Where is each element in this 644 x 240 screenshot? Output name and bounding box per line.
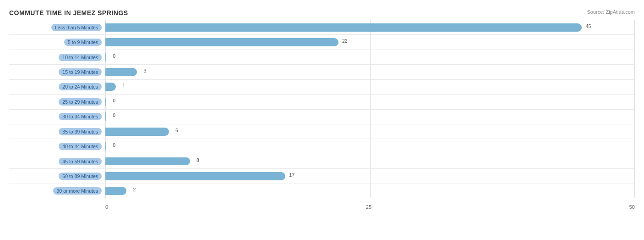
bar-fill: 3 — [105, 68, 137, 76]
bar-track: 0 — [105, 111, 635, 123]
table-row: 45 to 59 Minutes8 — [9, 154, 635, 169]
chart-area: Less than 5 Minutes455 to 9 Minutes2210 … — [9, 20, 635, 210]
chart-title: COMMUTE TIME IN JEMEZ SPRINGS — [9, 9, 635, 17]
table-row: 5 to 9 Minutes22 — [9, 35, 635, 50]
bar-fill: 0 — [105, 142, 106, 151]
table-row: 90 or more Minutes2 — [9, 184, 635, 198]
x-axis: 02550 — [105, 198, 635, 210]
bar-track: 8 — [105, 155, 635, 167]
bar-value: 17 — [289, 172, 295, 178]
bar-fill: 1 — [105, 83, 116, 91]
bar-track: 17 — [105, 170, 635, 182]
bar-track: 1 — [105, 81, 635, 93]
bar-label-pill: 25 to 29 Minutes — [59, 98, 102, 106]
bar-track: 3 — [105, 66, 635, 78]
bar-value: 3 — [144, 68, 147, 73]
bar-track: 22 — [105, 36, 635, 48]
bar-label-pill: 20 to 24 Minutes — [59, 83, 102, 90]
table-row: 30 to 34 Minutes0 — [9, 110, 635, 124]
table-row: 10 to 14 Minutes0 — [9, 50, 635, 65]
bar-fill: 22 — [105, 38, 338, 46]
bar-label-pill: Less than 5 Minutes — [51, 24, 102, 31]
bar-value: 0 — [113, 112, 115, 118]
bar-value: 6 — [175, 128, 178, 133]
bar-value: 0 — [113, 142, 115, 148]
bar-value: 0 — [113, 53, 115, 59]
bar-label-container: 45 to 59 Minutes — [9, 158, 105, 165]
bar-track: 0 — [105, 51, 635, 63]
bar-label-pill: 5 to 9 Minutes — [64, 39, 102, 46]
bar-fill: 45 — [105, 23, 582, 32]
source-label: Source: ZipAtlas.com — [587, 9, 635, 15]
table-row: 35 to 39 Minutes6 — [9, 124, 635, 139]
table-row: 60 to 89 Minutes17 — [9, 169, 635, 184]
chart-container: COMMUTE TIME IN JEMEZ SPRINGS Source: Zi… — [0, 0, 644, 240]
bar-fill: 0 — [105, 98, 106, 106]
x-axis-tick: 25 — [366, 204, 371, 210]
bar-label-container: 10 to 14 Minutes — [9, 54, 105, 61]
bar-label-container: 60 to 89 Minutes — [9, 173, 105, 180]
bar-fill: 0 — [105, 53, 106, 61]
bar-value: 45 — [586, 23, 591, 29]
bar-fill: 17 — [105, 172, 285, 180]
bar-track: 6 — [105, 125, 635, 138]
bar-fill: 8 — [105, 157, 190, 166]
bar-label-container: 25 to 29 Minutes — [9, 98, 105, 106]
bar-label-pill: 15 to 19 Minutes — [59, 68, 102, 76]
bar-track: 0 — [105, 95, 635, 108]
bar-value: 0 — [113, 98, 115, 103]
bar-fill: 2 — [105, 187, 126, 195]
table-row: Less than 5 Minutes45 — [9, 20, 635, 35]
bar-label-pill: 35 to 39 Minutes — [59, 128, 102, 135]
bar-label-container: 5 to 9 Minutes — [9, 39, 105, 46]
bar-value: 2 — [133, 187, 136, 192]
table-row: 25 to 29 Minutes0 — [9, 95, 635, 109]
table-row: 40 to 44 Minutes0 — [9, 139, 635, 154]
bar-label-pill: 60 to 89 Minutes — [59, 173, 102, 180]
bar-label-container: 30 to 34 Minutes — [9, 113, 105, 120]
bar-label-pill: 30 to 34 Minutes — [59, 113, 102, 120]
bar-label-container: 35 to 39 Minutes — [9, 128, 105, 135]
table-row: 15 to 19 Minutes3 — [9, 65, 635, 79]
bar-value: 1 — [122, 83, 125, 88]
bar-label-pill: 45 to 59 Minutes — [59, 158, 102, 165]
bar-track: 2 — [105, 185, 635, 197]
rows-container: Less than 5 Minutes455 to 9 Minutes2210 … — [9, 20, 635, 198]
bar-label-pill: 40 to 44 Minutes — [59, 143, 102, 150]
bar-track: 45 — [105, 21, 635, 33]
bar-label-container: 15 to 19 Minutes — [9, 68, 105, 76]
table-row: 20 to 24 Minutes1 — [9, 80, 635, 95]
bar-fill: 6 — [105, 128, 169, 136]
bar-label-container: 90 or more Minutes — [9, 187, 105, 195]
bar-value: 22 — [342, 38, 348, 44]
bar-label-pill: 90 or more Minutes — [53, 187, 102, 195]
bar-value: 8 — [196, 157, 199, 163]
bar-fill: 0 — [105, 112, 106, 121]
bar-label-pill: 10 to 14 Minutes — [59, 54, 102, 61]
x-axis-tick: 0 — [105, 204, 108, 210]
bar-label-container: Less than 5 Minutes — [9, 24, 105, 31]
bar-label-container: 40 to 44 Minutes — [9, 143, 105, 150]
x-axis-tick: 50 — [629, 204, 635, 210]
bar-label-container: 20 to 24 Minutes — [9, 83, 105, 90]
bar-track: 0 — [105, 140, 635, 152]
